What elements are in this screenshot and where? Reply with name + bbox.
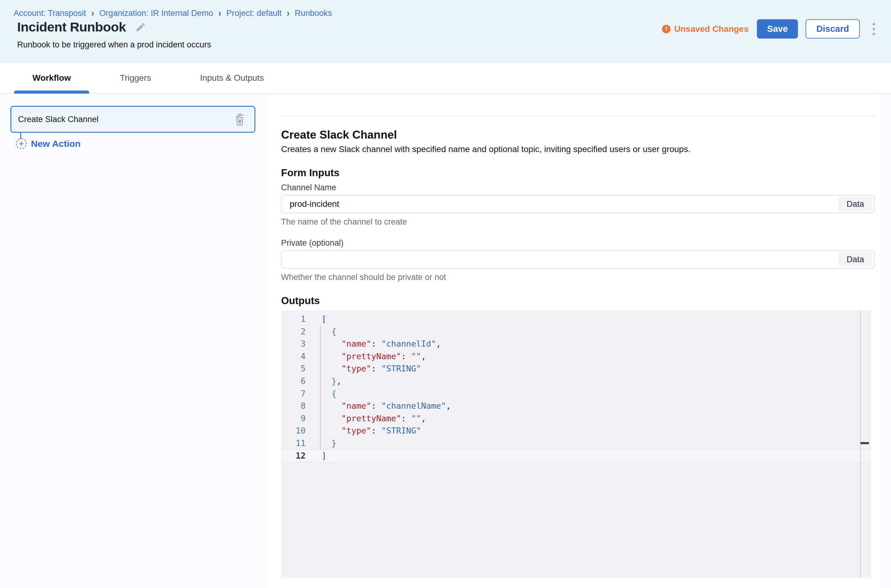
line-number: 1 (281, 313, 306, 326)
code-line: 1 [ (281, 313, 871, 326)
code-text: { (306, 326, 337, 338)
step-detail-panel: Create Slack Channel Creates a new Slack… (267, 94, 881, 588)
unsaved-changes-label: Unsaved Changes (674, 24, 749, 34)
section-divider (281, 116, 875, 116)
workflow-step-title: Create Slack Channel (18, 115, 99, 124)
code-line: 10 "type": "STRING" (281, 424, 871, 437)
workflow-steps-panel: Create Slack Channel + New Action (0, 94, 267, 588)
unsaved-changes-badge: ! Unsaved Changes (662, 24, 749, 34)
code-text: } (306, 437, 337, 450)
code-text: "name": "channelId", (306, 338, 441, 350)
line-number: 7 (281, 388, 306, 400)
breadcrumb-separator: › (218, 8, 221, 19)
code-line: 11 } (281, 437, 871, 450)
code-line: 8 "name": "channelName", (281, 400, 871, 412)
trash-icon (233, 112, 246, 126)
code-line: 7 { (281, 388, 871, 400)
code-line: 5 "type": "STRING" (281, 363, 871, 375)
field-helper-text: Whether the channel should be private or… (281, 273, 875, 282)
code-line: 3 "name": "channelId", (281, 338, 871, 350)
code-text: "type": "STRING" (306, 363, 421, 375)
code-text: }, (306, 375, 342, 388)
breadcrumb-link[interactable]: Project: default (226, 9, 281, 18)
outputs-code-editor[interactable]: 1 [ 2 { 3 "name": "channelId", (281, 310, 871, 578)
code-line: 2 { (281, 326, 871, 338)
tab-inputs-outputs[interactable]: Inputs & Outputs (182, 63, 282, 93)
data-button[interactable]: Data (838, 197, 872, 211)
pencil-icon (135, 22, 146, 33)
code-line: 12 ] (281, 450, 871, 462)
workflow-step-card[interactable]: Create Slack Channel (11, 106, 255, 133)
step-detail-description: Creates a new Slack channel with specifi… (281, 144, 875, 154)
breadcrumb-link[interactable]: Runbooks (295, 9, 332, 18)
new-action-button[interactable]: + New Action (16, 138, 81, 149)
kebab-dot (873, 33, 875, 35)
line-number: 3 (281, 338, 306, 350)
discard-button[interactable]: Discard (805, 19, 860, 39)
code-text: ] (306, 450, 327, 462)
field-helper-text: The name of the channel to create (281, 217, 875, 227)
tab-bar: Workflow Triggers Inputs & Outputs (0, 63, 891, 94)
page-subtitle: Runbook to be triggered when a prod inci… (17, 40, 211, 50)
page-title: Incident Runbook (17, 20, 126, 34)
breadcrumb-separator: › (287, 8, 289, 19)
field-input[interactable] (281, 195, 875, 213)
edit-title-button[interactable] (134, 21, 147, 33)
field-label: Channel Name (281, 183, 875, 192)
page-header: Account: Transposit › Organization: IR I… (0, 0, 891, 62)
outputs-heading: Outputs (281, 295, 875, 306)
code-line: 6 }, (281, 375, 871, 388)
warning-icon: ! (662, 25, 671, 33)
line-number: 5 (281, 363, 306, 375)
kebab-dot (873, 28, 875, 30)
line-number: 4 (281, 350, 306, 363)
save-button[interactable]: Save (757, 19, 798, 39)
code-line: 9 "prettyName": "", (281, 412, 871, 425)
form-field: Channel Name Data The name of the channe… (281, 183, 875, 227)
line-number: 12 (281, 450, 306, 462)
code-text: { (306, 388, 337, 400)
new-action-label: New Action (31, 139, 81, 149)
breadcrumb-link[interactable]: Organization: IR Internal Demo (99, 9, 213, 18)
code-text: "prettyName": "", (306, 350, 426, 363)
scrollbar-thumb[interactable] (860, 442, 869, 444)
form-inputs-heading: Form Inputs (281, 167, 875, 178)
field-label: Private (optional) (281, 238, 875, 248)
step-detail-title: Create Slack Channel (281, 129, 875, 141)
kebab-dot (873, 23, 875, 26)
line-number: 6 (281, 375, 306, 388)
data-button[interactable]: Data (838, 252, 872, 267)
delete-step-button[interactable] (233, 112, 247, 126)
code-line: 4 "prettyName": "", (281, 350, 871, 363)
right-gutter-strip (881, 94, 891, 588)
plus-circle-icon: + (16, 138, 27, 149)
breadcrumb-link[interactable]: Account: Transposit (14, 9, 86, 18)
line-number: 11 (281, 437, 306, 450)
breadcrumb: Account: Transposit › Organization: IR I… (14, 9, 332, 18)
code-text: "type": "STRING" (306, 424, 421, 437)
code-text: "name": "channelName", (306, 400, 451, 412)
more-options-button[interactable] (871, 21, 877, 37)
code-text: "prettyName": "", (306, 412, 426, 425)
tab-triggers[interactable]: Triggers (101, 63, 169, 93)
field-input[interactable] (281, 250, 875, 268)
form-field: Private (optional) Data Whether the chan… (281, 238, 875, 282)
step-connector-line (20, 132, 21, 139)
line-number: 8 (281, 400, 306, 412)
indent-guide (320, 326, 321, 450)
scrollbar-track-divider (860, 310, 861, 578)
tab-workflow[interactable]: Workflow (14, 63, 89, 93)
breadcrumb-separator: › (91, 8, 94, 19)
line-number: 9 (281, 412, 306, 425)
line-number: 2 (281, 326, 306, 338)
line-number: 10 (281, 424, 306, 437)
code-text: [ (306, 313, 327, 326)
